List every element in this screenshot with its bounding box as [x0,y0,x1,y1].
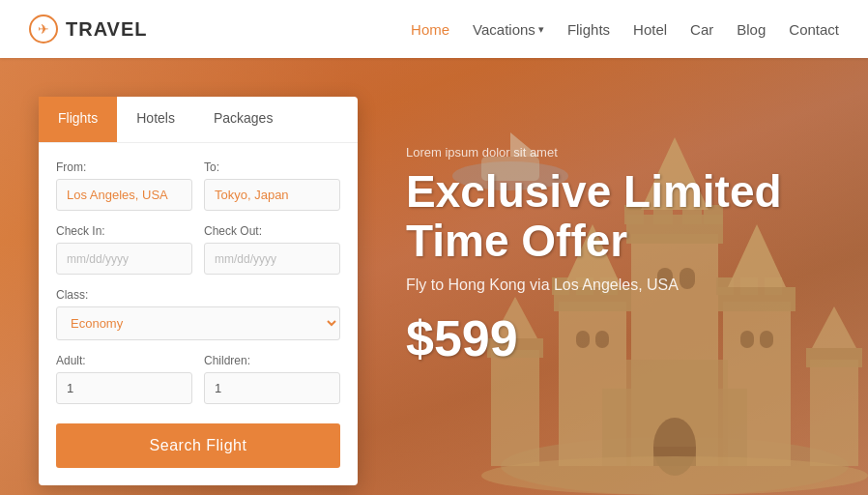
children-label: Children: [204,354,340,367]
hero-subtitle: Fly to Hong Kong via Los Angeles, USA [406,277,868,294]
adult-input[interactable] [56,372,192,404]
checkin-group: Check In: [56,224,192,275]
checkin-input[interactable] [56,243,192,275]
search-panel: Flights Hotels Packages From: To: Check … [39,97,358,485]
tab-packages[interactable]: Packages [194,97,292,142]
logo-text: TRAVEL [66,18,148,41]
checkout-group: Check Out: [204,224,340,275]
dates-row: Check In: Check Out: [56,224,340,275]
to-group: To: [204,160,340,211]
nav-contact[interactable]: Contact [789,21,839,38]
tab-hotels[interactable]: Hotels [117,97,194,142]
hero-title: Exclusive Limited Time Offer [406,167,868,265]
nav-hotel[interactable]: Hotel [633,21,667,38]
class-group: Class: Economy Business First Class [56,288,340,340]
tab-flights[interactable]: Flights [39,97,117,142]
class-row: Class: Economy Business First Class [56,288,340,340]
header: ✈ TRAVEL Home Vacations Flights Hotel Ca… [0,0,868,58]
nav-home[interactable]: Home [411,21,449,38]
hero-lorem: Lorem ipsum dolor sit amet [406,145,868,160]
from-input[interactable] [56,179,192,211]
to-label: To: [204,160,340,174]
children-input[interactable] [204,372,340,404]
class-select[interactable]: Economy Business First Class [56,306,340,340]
nav-blog[interactable]: Blog [737,21,766,38]
search-form: From: To: Check In: Check Out: Class: [39,143,358,485]
from-label: From: [56,160,192,174]
svg-rect-26 [810,360,858,466]
hero-content: Lorem ipsum dolor sit amet Exclusive Lim… [406,145,868,367]
logo-icon: ✈ [29,15,58,44]
adult-group: Adult: [56,354,192,404]
checkout-label: Check Out: [204,224,340,238]
passengers-row: Adult: Children: [56,354,340,404]
plane-icon: ✈ [38,21,49,37]
nav-flights[interactable]: Flights [567,21,610,38]
svg-rect-31 [718,389,747,466]
navigation: Home Vacations Flights Hotel Car Blog Co… [411,21,839,38]
hero-price: $599 [406,309,868,367]
checkout-input[interactable] [204,243,340,275]
checkin-label: Check In: [56,224,192,238]
logo[interactable]: ✈ TRAVEL [29,15,148,44]
children-group: Children: [204,354,340,404]
nav-car[interactable]: Car [690,21,713,38]
to-input[interactable] [204,179,340,211]
tab-bar: Flights Hotels Packages [39,97,358,143]
svg-rect-30 [602,389,631,466]
from-group: From: [56,160,192,211]
class-label: Class: [56,288,340,302]
search-flight-button[interactable]: Search Flight [56,423,340,468]
adult-label: Adult: [56,354,192,367]
nav-vacations[interactable]: Vacations [473,21,544,38]
from-to-row: From: To: [56,160,340,211]
svg-point-40 [481,456,868,495]
